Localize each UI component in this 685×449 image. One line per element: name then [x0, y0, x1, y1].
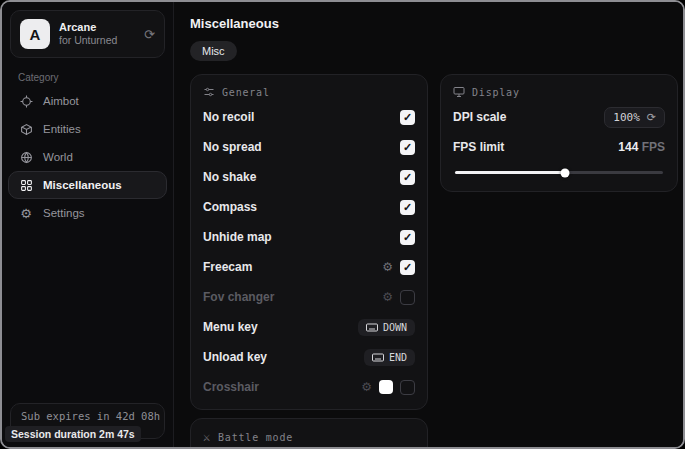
sidebar-item-label: World — [43, 151, 73, 163]
sidebar-item-entities[interactable]: Entities — [8, 115, 167, 143]
sliders-icon — [203, 86, 215, 98]
swords-icon: ⚔ — [203, 430, 211, 444]
freecam-settings-gear-icon[interactable]: ⚙ — [382, 261, 393, 273]
brand-subtitle: for Unturned — [59, 34, 135, 47]
monitor-icon — [453, 86, 465, 98]
setting-label: Compass — [203, 200, 257, 214]
setting-label: Fov changer — [203, 290, 274, 304]
reset-icon[interactable]: ⟳ — [647, 111, 656, 124]
setting-row-fov-changer: Fov changer ⚙ — [203, 286, 415, 308]
setting-row-dpi-scale: DPI scale 100% ⟳ — [453, 106, 665, 128]
setting-label: Menu key — [203, 320, 258, 334]
battle-panel-header: ⚔ Battle mode — [203, 430, 415, 444]
brand-card: A Arcane for Unturned ⟳ — [10, 10, 165, 58]
sub-expires-text: Sub expires in 42d 08h — [21, 410, 154, 422]
setting-label: Unload key — [203, 350, 267, 364]
crosshair-settings-gear-icon[interactable]: ⚙ — [361, 381, 372, 393]
setting-label: No recoil — [203, 110, 254, 124]
fps-unit: FPS — [642, 140, 665, 154]
setting-label: Unhide map — [203, 230, 272, 244]
crosshair-color-swatch[interactable] — [379, 380, 393, 394]
brand-text: Arcane for Unturned — [59, 21, 135, 48]
general-panel-header: General — [203, 86, 415, 98]
setting-label: Freecam — [203, 260, 252, 274]
setting-label: DPI scale — [453, 110, 506, 124]
category-nav: Aimbot Entities World Miscellaneous — [2, 87, 173, 227]
setting-label: FPS limit — [453, 140, 504, 154]
fps-limit-slider[interactable] — [455, 171, 663, 174]
setting-label: No spread — [203, 140, 262, 154]
sidebar-item-aimbot[interactable]: Aimbot — [8, 87, 167, 115]
session-duration-tooltip: Session duration 2m 47s — [5, 426, 141, 442]
setting-row-no-recoil: No recoil ✓ — [203, 106, 415, 128]
setting-row-freecam: Freecam ⚙ ✓ — [203, 256, 415, 278]
subscription-card: Sub expires in 42d 08h Session duration … — [10, 403, 165, 439]
brand-avatar: A — [20, 19, 50, 49]
setting-label: Crosshair — [203, 380, 259, 394]
display-panel-header: Display — [453, 86, 665, 98]
panel-columns: General No recoil ✓ No spread ✓ No shake… — [190, 74, 678, 449]
menu-keybind-button[interactable]: DOWN — [358, 319, 415, 336]
category-label: Category — [18, 72, 173, 83]
setting-row-no-spread: No spread ✓ — [203, 136, 415, 158]
grid-icon — [19, 178, 33, 192]
freecam-checkbox[interactable]: ✓ — [400, 260, 415, 275]
sidebar-item-settings[interactable]: ⚙ Settings — [8, 199, 167, 227]
sidebar-item-label: Settings — [43, 207, 85, 219]
left-column: General No recoil ✓ No spread ✓ No shake… — [190, 74, 428, 449]
app-window: A Arcane for Unturned ⟳ Category Aimbot … — [0, 0, 685, 449]
keyboard-icon — [366, 323, 378, 332]
general-panel-title: General — [222, 87, 270, 98]
battle-mode-panel: ⚔ Battle mode Keybind F5 — [190, 418, 428, 449]
unload-keybind-button[interactable]: END — [364, 349, 415, 366]
display-panel-title: Display — [472, 87, 520, 98]
setting-row-unload-key: Unload key END — [203, 346, 415, 368]
fov-changer-checkbox[interactable] — [400, 290, 415, 305]
crosshair-icon — [19, 94, 33, 108]
unhide-map-checkbox[interactable]: ✓ — [400, 230, 415, 245]
display-panel: Display DPI scale 100% ⟳ FPS limit 144 — [440, 74, 678, 192]
fps-limit-value: 144 FPS — [618, 140, 665, 154]
page-title: Miscellaneous — [190, 16, 678, 31]
keyboard-icon — [372, 353, 384, 362]
compass-checkbox[interactable]: ✓ — [400, 200, 415, 215]
sidebar-item-label: Aimbot — [43, 95, 79, 107]
unload-key-value: END — [389, 352, 407, 363]
setting-label: No shake — [203, 170, 256, 184]
no-shake-checkbox[interactable]: ✓ — [400, 170, 415, 185]
right-column: Display DPI scale 100% ⟳ FPS limit 144 — [440, 74, 678, 192]
fps-slider-fill — [455, 171, 565, 174]
sync-icon[interactable]: ⟳ — [144, 27, 155, 42]
main-content: Miscellaneous Misc General No recoil ✓ — [174, 2, 685, 447]
general-panel: General No recoil ✓ No spread ✓ No shake… — [190, 74, 428, 410]
dpi-scale-control[interactable]: 100% ⟳ — [604, 107, 665, 128]
brand-title: Arcane — [59, 21, 135, 35]
sidebar: A Arcane for Unturned ⟳ Category Aimbot … — [2, 2, 174, 447]
menu-key-value: DOWN — [383, 322, 407, 333]
sidebar-item-world[interactable]: World — [8, 143, 167, 171]
setting-row-menu-key: Menu key DOWN — [203, 316, 415, 338]
no-spread-checkbox[interactable]: ✓ — [400, 140, 415, 155]
setting-row-crosshair: Crosshair ⚙ — [203, 376, 415, 398]
setting-row-no-shake: No shake ✓ — [203, 166, 415, 188]
battle-panel-title: Battle mode — [218, 432, 293, 443]
fov-settings-gear-icon[interactable]: ⚙ — [382, 291, 393, 303]
gear-icon: ⚙ — [19, 206, 33, 220]
dpi-scale-value: 100% — [613, 111, 640, 124]
globe-icon — [19, 150, 33, 164]
cube-icon — [19, 122, 33, 136]
sidebar-item-miscellaneous[interactable]: Miscellaneous — [8, 171, 167, 199]
no-recoil-checkbox[interactable]: ✓ — [400, 110, 415, 125]
tab-misc[interactable]: Misc — [190, 41, 237, 61]
setting-row-fps-limit: FPS limit 144 FPS — [453, 136, 665, 158]
sidebar-item-label: Miscellaneous — [43, 179, 122, 191]
fps-number: 144 — [618, 140, 638, 154]
fps-slider-handle[interactable] — [561, 168, 570, 177]
setting-row-compass: Compass ✓ — [203, 196, 415, 218]
sidebar-item-label: Entities — [43, 123, 81, 135]
setting-row-unhide-map: Unhide map ✓ — [203, 226, 415, 248]
crosshair-checkbox[interactable] — [400, 380, 415, 395]
